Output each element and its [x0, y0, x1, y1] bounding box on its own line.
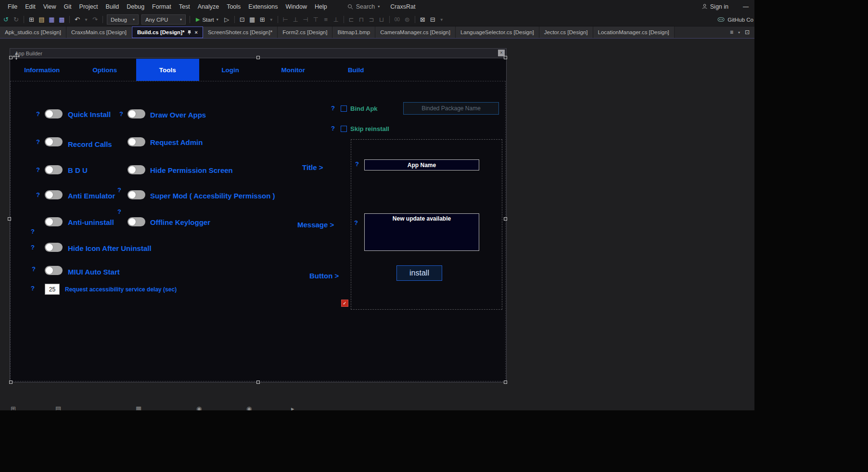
- size-to-grid-icon[interactable]: ⊔: [377, 16, 387, 23]
- help-icon[interactable]: ?: [31, 285, 35, 292]
- help-icon[interactable]: ?: [36, 110, 40, 118]
- menu-item-analyze[interactable]: Analyze: [194, 2, 223, 12]
- align-tops-icon[interactable]: ⊤: [311, 16, 321, 23]
- nav-forward-icon[interactable]: ↻: [11, 16, 21, 23]
- selection-handle[interactable]: [504, 217, 507, 221]
- toggle-miui-auto-start[interactable]: [45, 266, 63, 275]
- binded-package-name-input[interactable]: [403, 102, 499, 115]
- align-bottoms-icon[interactable]: ⊥: [331, 16, 341, 23]
- menu-item-test[interactable]: Test: [175, 2, 194, 12]
- menu-item-build[interactable]: Build: [102, 2, 123, 12]
- menu-item-window[interactable]: Window: [281, 2, 310, 12]
- tab-information[interactable]: Information: [11, 59, 74, 81]
- taskbar-app-icon[interactable]: ▦: [136, 405, 141, 410]
- redo-icon[interactable]: ↷: [90, 16, 100, 23]
- toggle-bdu[interactable]: [45, 165, 63, 174]
- doc-tab-build-active[interactable]: Build.cs [Design]* ×: [132, 26, 203, 38]
- help-icon[interactable]: ?: [36, 166, 40, 173]
- menu-item-debug[interactable]: Debug: [123, 2, 148, 12]
- toolbar-overflow-icon[interactable]: ▾: [438, 17, 446, 22]
- github-copilot-status[interactable]: GitHub Co: [717, 16, 753, 23]
- toggle-request-admin[interactable]: [128, 137, 145, 146]
- doc-tab-apk-studio[interactable]: Apk_studio.cs [Design]: [0, 26, 66, 38]
- doc-tab-form2[interactable]: Form2.cs [Design]: [278, 26, 332, 38]
- doc-tab-languageselector[interactable]: LanguageSelector.cs [Design]: [456, 26, 539, 38]
- toggle-hide-permission-screen[interactable]: [128, 165, 145, 174]
- confirm-checkbox-checked[interactable]: ✓: [341, 300, 348, 307]
- doc-tab-screenshoter[interactable]: ScreenShoter.cs [Design]*: [203, 26, 278, 38]
- help-icon[interactable]: ?: [31, 244, 35, 251]
- menu-item-view[interactable]: View: [39, 2, 60, 12]
- solution-config-dropdown[interactable]: Debug ▾: [107, 14, 139, 25]
- doc-tab-locationmanager[interactable]: LocationManager.cs [Design]: [593, 26, 675, 38]
- toggle-hide-icon-after-uninstall[interactable]: [45, 243, 63, 252]
- accessibility-delay-input[interactable]: [45, 284, 60, 295]
- taskbar-user-icon[interactable]: ◉: [196, 405, 202, 410]
- processes-icon[interactable]: ⊡: [237, 16, 247, 23]
- toggle-quick-install[interactable]: [45, 109, 63, 118]
- pin-icon[interactable]: [187, 30, 191, 35]
- taskbar-grid-icon[interactable]: ⊞: [11, 405, 16, 410]
- close-icon[interactable]: ×: [194, 29, 197, 35]
- bring-front-icon[interactable]: ⊠: [418, 16, 428, 23]
- start-without-debug-icon[interactable]: ▷: [222, 16, 232, 23]
- tab-tools[interactable]: Tools: [136, 59, 199, 81]
- snap-grid-icon[interactable]: ⊞: [257, 16, 268, 23]
- toggle-anti-emulator[interactable]: [45, 190, 63, 199]
- menu-item-format[interactable]: Format: [148, 2, 175, 12]
- undo-caret-icon[interactable]: ▾: [82, 17, 90, 22]
- app-name-input[interactable]: [364, 159, 479, 170]
- grid-caret-icon[interactable]: ▾: [268, 17, 275, 22]
- toggle-anti-uninstall[interactable]: [45, 217, 63, 226]
- install-button[interactable]: install: [396, 265, 442, 281]
- menu-item-project[interactable]: Project: [76, 2, 102, 12]
- help-icon[interactable]: ?: [36, 191, 40, 198]
- taskbar-cursor-icon[interactable]: ▸: [291, 405, 294, 410]
- nav-backward-icon[interactable]: ↺: [1, 16, 11, 23]
- doc-tab-cameramanager[interactable]: CameraManager.cs [Design]: [375, 26, 456, 38]
- same-size-icon[interactable]: ⊐: [367, 16, 377, 23]
- tab-monitor[interactable]: Monitor: [262, 59, 325, 81]
- help-icon[interactable]: ?: [36, 138, 40, 145]
- help-icon[interactable]: ?: [331, 105, 335, 112]
- menu-item-help[interactable]: Help: [311, 2, 331, 12]
- platform-dropdown[interactable]: Any CPU ▾: [141, 14, 186, 25]
- tab-login[interactable]: Login: [199, 59, 262, 81]
- help-icon[interactable]: ?: [119, 110, 123, 118]
- update-message-textarea[interactable]: New update available: [364, 213, 479, 251]
- align-lefts-icon[interactable]: ⊢: [281, 16, 291, 23]
- menu-item-edit[interactable]: Edit: [21, 2, 39, 12]
- menu-item-git[interactable]: Git: [60, 2, 76, 12]
- show-grid-icon[interactable]: ▦: [247, 16, 257, 23]
- guides-icon[interactable]: ⊜: [402, 16, 412, 23]
- send-back-icon[interactable]: ⊟: [428, 16, 438, 23]
- taskbar-user2-icon[interactable]: ◉: [246, 405, 252, 410]
- doc-tab-jector[interactable]: Jector.cs [Design]: [539, 26, 593, 38]
- designed-form-close-icon[interactable]: ×: [498, 50, 505, 56]
- selection-handle[interactable]: [504, 380, 507, 384]
- taskbar-folder-icon[interactable]: ▤: [55, 405, 61, 410]
- selection-handle[interactable]: [256, 380, 260, 384]
- dialog-units-icon[interactable]: 00: [392, 17, 402, 22]
- doc-tab-craxsmain[interactable]: CraxsMain.cs [Design]: [66, 26, 132, 38]
- new-project-icon[interactable]: ⊞: [26, 16, 37, 23]
- same-height-icon[interactable]: ⊓: [357, 16, 367, 23]
- help-icon[interactable]: ?: [117, 186, 121, 194]
- minimize-icon[interactable]: —: [743, 3, 749, 10]
- bind-apk-checkbox[interactable]: [341, 105, 347, 112]
- toggle-offline-keylogger[interactable]: [128, 217, 145, 226]
- skip-reinstall-checkbox[interactable]: [341, 126, 347, 132]
- tab-options[interactable]: Options: [74, 59, 137, 81]
- sign-in-button[interactable]: Sign in: [702, 3, 728, 10]
- toggle-super-mod[interactable]: [128, 190, 145, 199]
- start-debug-button[interactable]: ▶ Start ▾: [196, 16, 218, 23]
- search-control[interactable]: Search ▾: [347, 3, 380, 10]
- selection-handle[interactable]: [256, 56, 260, 59]
- split-window-icon[interactable]: ⊡: [745, 29, 750, 36]
- toggle-draw-over-apps[interactable]: [128, 109, 145, 118]
- same-width-icon[interactable]: ⊏: [346, 16, 357, 23]
- document-list-icon[interactable]: ≡: [730, 29, 733, 36]
- save-icon[interactable]: ▦: [47, 16, 57, 23]
- align-rights-icon[interactable]: ⊣: [301, 16, 311, 23]
- selection-handle[interactable]: [504, 56, 507, 59]
